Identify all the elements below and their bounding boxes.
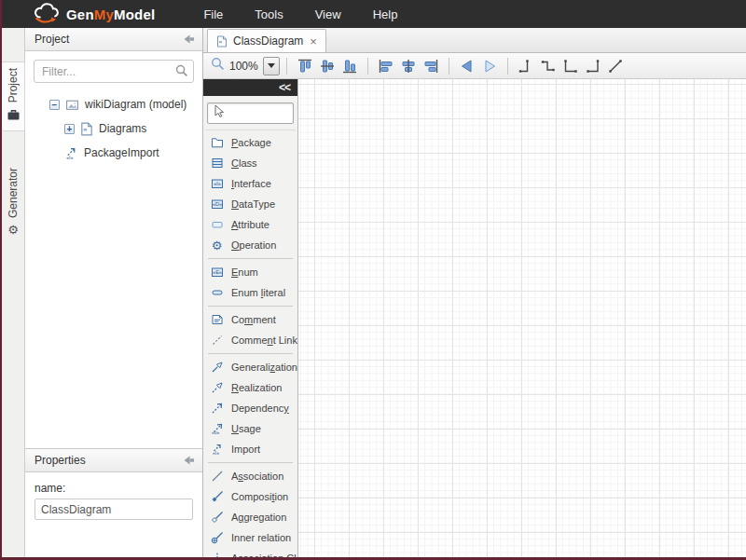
operation-icon: ⚙ bbox=[210, 239, 224, 252]
connector-straight-button[interactable] bbox=[604, 55, 627, 77]
toolbar-separator bbox=[449, 58, 449, 75]
cloud-logo-icon bbox=[32, 3, 60, 25]
flip-right-button[interactable] bbox=[478, 55, 501, 77]
genmymodel-logo[interactable]: GenMyModel bbox=[32, 3, 155, 25]
collapse-node-icon[interactable]: − bbox=[49, 100, 60, 110]
palette-item-datatype[interactable]: «D»DataType bbox=[203, 194, 297, 214]
palette-item-label: DataType bbox=[231, 198, 275, 210]
palette-item-composition[interactable]: Composition bbox=[203, 486, 297, 507]
connector-elbow-1-button[interactable] bbox=[515, 55, 537, 77]
datatype-icon: «D» bbox=[210, 198, 224, 211]
menu-tools[interactable]: Tools bbox=[255, 7, 283, 21]
palette-item-label: Dependency bbox=[231, 403, 289, 414]
tree-item-wikidiagram-model[interactable]: −wikiDiagram (model) bbox=[25, 92, 202, 116]
menu-bar: FileToolsViewHelp bbox=[203, 7, 397, 21]
palette-item-label: Aggregation bbox=[231, 512, 286, 523]
palette-item-label: Usage bbox=[231, 423, 261, 434]
comment-link-icon bbox=[210, 334, 224, 347]
palette-item-operation[interactable]: ⚙Operation bbox=[203, 235, 297, 255]
palette-item-label: Package bbox=[231, 137, 271, 148]
palette-item-label: Comment bbox=[231, 314, 276, 325]
palette-item-inner-relation[interactable]: Inner relation bbox=[203, 527, 297, 548]
palette-item-label: Class bbox=[231, 157, 257, 169]
palette-item-label: Association bbox=[231, 471, 283, 482]
align-top-button[interactable] bbox=[294, 55, 316, 77]
name-field-input[interactable] bbox=[35, 499, 193, 520]
palette-item-generalization[interactable]: Generalization bbox=[203, 357, 297, 377]
connector-elbow-3-button[interactable] bbox=[560, 55, 582, 77]
aggregation-icon bbox=[210, 511, 224, 524]
window-frame-left bbox=[0, 0, 2, 560]
palette-item-class[interactable]: Class bbox=[203, 153, 297, 173]
expand-node-icon[interactable]: + bbox=[64, 124, 75, 134]
sidebar-tab-generator[interactable]: Generator ⚙ bbox=[2, 164, 24, 239]
palette-item-package[interactable]: Package bbox=[203, 132, 297, 153]
selection-tool-button[interactable] bbox=[207, 102, 294, 124]
palette-item-attribute[interactable]: Attribute bbox=[203, 214, 297, 235]
palette-item-comment-link[interactable]: Comment Link bbox=[203, 330, 297, 350]
palette-item-interface[interactable]: «I»Interface bbox=[203, 173, 297, 194]
menu-help[interactable]: Help bbox=[373, 7, 398, 21]
svg-text:«E»: «E» bbox=[213, 269, 222, 275]
properties-panel: Properties name: bbox=[25, 448, 203, 557]
zoom-control[interactable]: 100% bbox=[211, 57, 280, 75]
flip-left-button[interactable] bbox=[456, 55, 478, 77]
palette-item-realization[interactable]: Realization bbox=[203, 377, 297, 398]
package-icon bbox=[210, 136, 224, 149]
collapse-left-icon[interactable] bbox=[183, 34, 195, 45]
diagram-canvas[interactable] bbox=[298, 79, 746, 557]
palette-group-separator bbox=[208, 258, 293, 259]
zoom-dropdown-button[interactable] bbox=[263, 57, 280, 75]
import-icon: «I» bbox=[210, 443, 224, 456]
properties-panel-title: Properties bbox=[35, 454, 183, 467]
svg-text:«I»: «I» bbox=[214, 181, 221, 186]
palette-item-usage[interactable]: «u»Usage bbox=[203, 418, 297, 439]
align-center-button[interactable] bbox=[397, 55, 420, 77]
palette-item-label: Comment Link bbox=[231, 335, 297, 346]
name-field-label: name: bbox=[35, 482, 193, 495]
tree-item-label: PackageImport bbox=[84, 146, 159, 159]
align-left-button[interactable] bbox=[375, 55, 397, 77]
tree-item-diagrams[interactable]: +Diagrams bbox=[25, 116, 202, 141]
align-right-button[interactable] bbox=[420, 55, 442, 77]
generalization-icon bbox=[210, 361, 224, 374]
gear-icon: ⚙ bbox=[7, 224, 19, 236]
class-icon bbox=[210, 157, 224, 170]
toolbar-separator bbox=[367, 58, 368, 75]
filter-input[interactable] bbox=[34, 60, 194, 83]
palette-header: << bbox=[203, 79, 297, 96]
tab-close-icon[interactable]: × bbox=[310, 35, 317, 48]
tree-item-packageimport[interactable]: «I»PackageImport bbox=[25, 141, 202, 165]
connector-elbow-2-button[interactable] bbox=[537, 55, 560, 77]
palette-item-import[interactable]: «I»Import bbox=[203, 439, 297, 459]
chevron-down-icon bbox=[268, 63, 275, 68]
usage-icon: «u» bbox=[210, 422, 224, 435]
connector-elbow-4-button[interactable] bbox=[582, 55, 604, 77]
composition-icon bbox=[210, 490, 224, 503]
palette-item-label: Realization bbox=[231, 382, 282, 393]
palette-item-enum-literal[interactable]: Enum literal bbox=[203, 282, 297, 303]
model-icon bbox=[65, 98, 79, 112]
tree-item-label: wikiDiagram (model) bbox=[85, 98, 186, 111]
palette-item-aggregation[interactable]: Aggregation bbox=[203, 507, 297, 527]
palette-group-separator bbox=[208, 353, 293, 354]
comment-icon bbox=[210, 313, 224, 326]
palette-item-comment[interactable]: Comment bbox=[203, 309, 297, 330]
palette-item-enum[interactable]: «E»Enum bbox=[203, 262, 297, 282]
palette-divider bbox=[205, 130, 296, 130]
palette-collapse-button[interactable]: << bbox=[279, 82, 290, 93]
association-icon bbox=[210, 470, 224, 483]
palette-item-label: Generalization bbox=[231, 362, 297, 373]
menu-file[interactable]: File bbox=[203, 7, 223, 21]
palette-item-association[interactable]: Association bbox=[203, 466, 297, 486]
align-bottom-button[interactable] bbox=[338, 55, 361, 77]
menu-view[interactable]: View bbox=[315, 7, 341, 21]
align-middle-button[interactable] bbox=[316, 55, 338, 77]
diagram-toolbar: 100% bbox=[203, 53, 746, 79]
logo-wordmark: GenMyModel bbox=[66, 7, 155, 22]
collapse-left-icon[interactable] bbox=[183, 455, 195, 466]
palette-item-dependency[interactable]: Dependency bbox=[203, 398, 297, 418]
sidebar-tab-project[interactable]: Project bbox=[2, 61, 25, 131]
tab-classdiagram[interactable]: ClassDiagram × bbox=[207, 29, 326, 52]
filter-field-wrap bbox=[34, 60, 194, 83]
